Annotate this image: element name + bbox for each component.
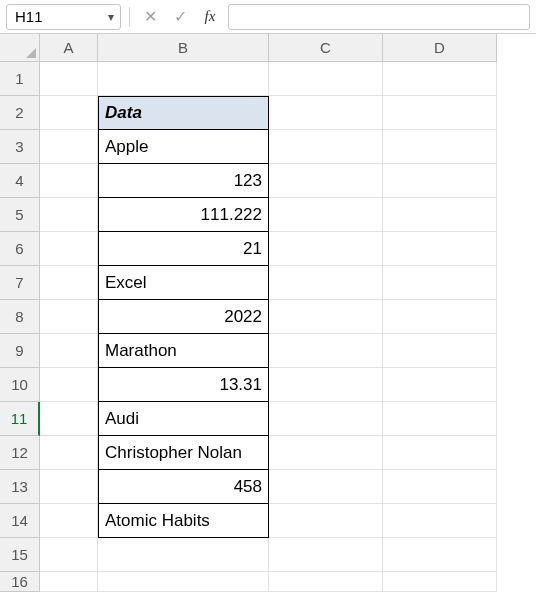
row-header[interactable]: 5 <box>0 198 40 232</box>
cell[interactable] <box>383 538 497 572</box>
col-header-C[interactable]: C <box>269 34 383 62</box>
cell[interactable] <box>269 62 383 96</box>
chevron-down-icon: ▾ <box>108 10 114 24</box>
spreadsheet-grid: A B C D 1 2 3 4 5 6 7 8 9 10 11 12 13 14… <box>0 34 536 592</box>
cell[interactable] <box>40 436 98 470</box>
table-cell[interactable]: 13.31 <box>98 368 269 402</box>
row-header[interactable]: 8 <box>0 300 40 334</box>
cell[interactable] <box>383 334 497 368</box>
cell[interactable] <box>40 402 98 436</box>
cell[interactable] <box>269 470 383 504</box>
cell[interactable] <box>40 334 98 368</box>
cell[interactable] <box>269 334 383 368</box>
row-header[interactable]: 1 <box>0 62 40 96</box>
cell[interactable] <box>269 300 383 334</box>
cell[interactable] <box>383 300 497 334</box>
cell[interactable] <box>98 62 269 96</box>
table-cell[interactable]: 123 <box>98 164 269 198</box>
table-cell[interactable]: Excel <box>98 266 269 300</box>
row-header[interactable]: 15 <box>0 538 40 572</box>
cell[interactable] <box>383 266 497 300</box>
cell[interactable] <box>269 368 383 402</box>
row-header[interactable]: 7 <box>0 266 40 300</box>
divider <box>129 7 130 27</box>
row-header[interactable]: 6 <box>0 232 40 266</box>
cell[interactable] <box>40 572 98 592</box>
name-box-value: H11 <box>15 8 43 25</box>
cell[interactable] <box>269 232 383 266</box>
cell[interactable] <box>383 504 497 538</box>
cell[interactable] <box>383 62 497 96</box>
cell[interactable] <box>98 538 269 572</box>
cells-area: Data Apple 123 111.222 21 Excel 2022 Mar… <box>40 62 536 592</box>
cell[interactable] <box>383 232 497 266</box>
row-header[interactable]: 16 <box>0 572 40 592</box>
col-header-A[interactable]: A <box>40 34 98 62</box>
cell[interactable] <box>383 402 497 436</box>
cell[interactable] <box>98 572 269 592</box>
cell[interactable] <box>383 130 497 164</box>
cell[interactable] <box>40 62 98 96</box>
cell[interactable] <box>40 470 98 504</box>
select-all-corner[interactable] <box>0 34 40 62</box>
cell[interactable] <box>269 164 383 198</box>
cell[interactable] <box>40 538 98 572</box>
row-header[interactable]: 4 <box>0 164 40 198</box>
table-header[interactable]: Data <box>98 96 269 130</box>
row-header[interactable]: 3 <box>0 130 40 164</box>
cell[interactable] <box>269 504 383 538</box>
cell[interactable] <box>383 368 497 402</box>
table-cell[interactable]: Audi <box>98 402 269 436</box>
row-header[interactable]: 13 <box>0 470 40 504</box>
name-box[interactable]: H11 ▾ <box>6 4 121 30</box>
formula-input[interactable] <box>228 4 530 30</box>
cell[interactable] <box>269 436 383 470</box>
col-header-B[interactable]: B <box>98 34 269 62</box>
row-header[interactable]: 10 <box>0 368 40 402</box>
cell[interactable] <box>40 300 98 334</box>
cell[interactable] <box>269 538 383 572</box>
cell[interactable] <box>269 96 383 130</box>
table-cell[interactable]: 111.222 <box>98 198 269 232</box>
cell[interactable] <box>383 470 497 504</box>
table-cell[interactable]: Atomic Habits <box>98 504 269 538</box>
cell[interactable] <box>40 368 98 402</box>
check-icon[interactable]: ✓ <box>168 5 192 29</box>
formula-bar: H11 ▾ ✕ ✓ fx <box>0 0 536 34</box>
cell[interactable] <box>383 96 497 130</box>
cell[interactable] <box>383 572 497 592</box>
cell[interactable] <box>383 198 497 232</box>
col-header-D[interactable]: D <box>383 34 497 62</box>
row-header[interactable]: 12 <box>0 436 40 470</box>
cell[interactable] <box>269 572 383 592</box>
table-cell[interactable]: 2022 <box>98 300 269 334</box>
cell[interactable] <box>269 266 383 300</box>
table-cell[interactable]: Marathon <box>98 334 269 368</box>
cell[interactable] <box>269 402 383 436</box>
row-header[interactable]: 2 <box>0 96 40 130</box>
cell[interactable] <box>269 130 383 164</box>
row-headers: 1 2 3 4 5 6 7 8 9 10 11 12 13 14 15 16 <box>0 62 40 592</box>
cell[interactable] <box>40 504 98 538</box>
row-header[interactable]: 9 <box>0 334 40 368</box>
cell[interactable] <box>40 266 98 300</box>
fx-icon[interactable]: fx <box>198 5 222 29</box>
table-cell[interactable]: 458 <box>98 470 269 504</box>
row-header[interactable]: 14 <box>0 504 40 538</box>
cell[interactable] <box>40 232 98 266</box>
cell[interactable] <box>40 96 98 130</box>
cell[interactable] <box>383 164 497 198</box>
cell[interactable] <box>269 198 383 232</box>
cell[interactable] <box>40 198 98 232</box>
cell[interactable] <box>383 436 497 470</box>
cancel-icon[interactable]: ✕ <box>138 5 162 29</box>
row-header[interactable]: 11 <box>0 402 40 436</box>
cell[interactable] <box>40 164 98 198</box>
table-cell[interactable]: 21 <box>98 232 269 266</box>
column-headers: A B C D <box>40 34 536 62</box>
table-cell[interactable]: Apple <box>98 130 269 164</box>
cell[interactable] <box>40 130 98 164</box>
table-cell[interactable]: Christopher Nolan <box>98 436 269 470</box>
